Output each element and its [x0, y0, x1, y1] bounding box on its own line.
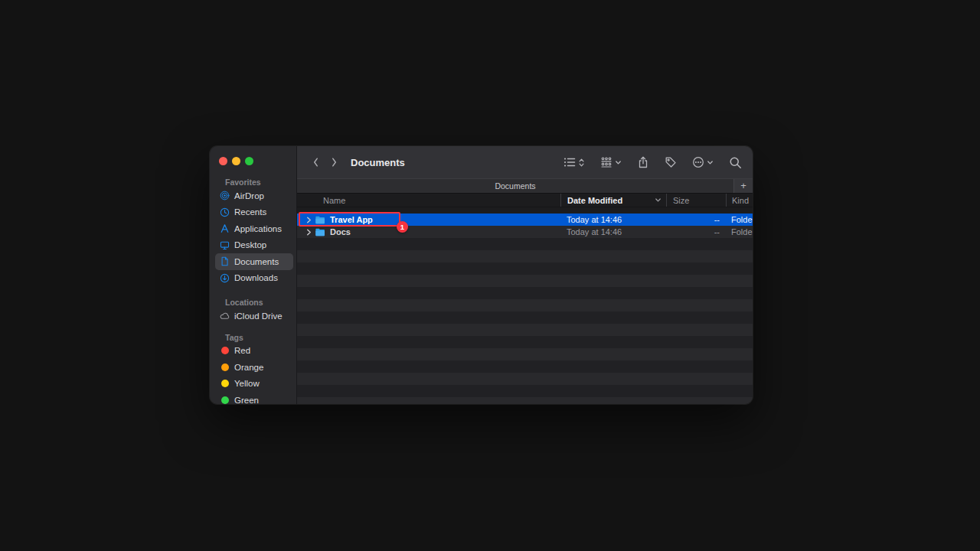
file-row-docs[interactable]: DocsToday at 14:46--Folder — [297, 226, 753, 238]
name-cell: Docs — [297, 226, 560, 238]
zoom-button[interactable] — [245, 157, 253, 165]
toolbar-search-button[interactable] — [729, 156, 742, 169]
empty-row — [297, 373, 753, 385]
sidebar-item-label: Documents — [234, 257, 279, 266]
minimize-button[interactable] — [232, 157, 240, 165]
chevron-right-icon — [331, 157, 338, 168]
empty-row — [297, 336, 753, 348]
chevron-down-icon — [615, 159, 622, 166]
tab-documents[interactable]: Documents — [297, 179, 733, 193]
tag-color-dot — [221, 364, 229, 371]
empty-row — [297, 348, 753, 360]
forward-button[interactable] — [325, 153, 343, 171]
toolbar-view-options-button[interactable] — [564, 156, 585, 168]
empty-row — [297, 287, 753, 299]
sidebar-section-tags: TagsRedOrangeYellowGreen — [215, 332, 293, 405]
toolbar-group-button[interactable] — [600, 156, 622, 168]
empty-row — [297, 275, 753, 287]
sidebar-item-label: Desktop — [234, 240, 266, 249]
empty-row — [297, 250, 753, 262]
sidebar-item-green[interactable]: Green — [215, 392, 293, 404]
sidebar-item-label: Green — [234, 396, 259, 404]
file-name: Docs — [330, 227, 351, 236]
size-cell: -- — [666, 214, 726, 226]
empty-row — [297, 238, 753, 250]
applications-icon — [220, 223, 230, 233]
sidebar-item-downloads[interactable]: Downloads — [215, 270, 293, 287]
chevron-updown-icon — [578, 158, 585, 168]
sidebar-item-label: iCloud Drive — [234, 311, 283, 321]
column-header-kind[interactable]: Kind — [726, 194, 753, 207]
disclosure-chevron-icon[interactable] — [306, 217, 312, 223]
share-icon — [637, 156, 649, 168]
sidebar-item-label: Downloads — [234, 273, 278, 282]
sidebar-item-label: Recents — [234, 207, 266, 217]
empty-row — [297, 299, 753, 311]
date-modified-cell: Today at 14:46 — [560, 226, 666, 238]
sidebar-section-favorites: FavoritesAirDropRecentsApplicationsDeskt… — [215, 177, 293, 286]
sidebar-item-yellow[interactable]: Yellow — [215, 376, 293, 393]
sidebar-item-desktop[interactable]: Desktop — [215, 237, 293, 254]
column-header-label: Kind — [732, 196, 749, 205]
column-header-date-modified[interactable]: Date Modified — [560, 194, 666, 207]
sidebar-item-label: Yellow — [234, 379, 260, 388]
new-tab-button[interactable]: + — [733, 179, 753, 193]
sidebar-item-icloud-drive[interactable]: iCloud Drive — [215, 308, 293, 324]
sidebar-section-locations: LocationsiCloud Drive — [215, 297, 293, 324]
kind-cell: Folder — [726, 214, 753, 226]
column-header-row: NameDate ModifiedSizeKind — [297, 194, 753, 207]
header-list-divider — [297, 207, 753, 214]
empty-row — [297, 311, 753, 324]
tag-color-dot — [221, 396, 229, 404]
sidebar-item-recents[interactable]: Recents — [215, 204, 293, 221]
column-header-name[interactable]: Name — [297, 194, 560, 207]
close-button[interactable] — [219, 157, 227, 165]
column-header-label: Date Modified — [567, 196, 622, 205]
size-cell: -- — [666, 226, 726, 238]
sidebar-sections: FavoritesAirDropRecentsApplicationsDeskt… — [215, 177, 293, 404]
file-row-travel-app[interactable]: Travel AppToday at 14:46--Folder — [297, 214, 753, 226]
toolbar-tags-button[interactable] — [665, 156, 677, 168]
column-header-label: Size — [673, 196, 689, 205]
tag-icon — [665, 156, 677, 168]
sidebar-section-label: Tags — [215, 332, 293, 343]
toolbar-share-button[interactable] — [637, 156, 649, 168]
disclosure-chevron-icon[interactable] — [306, 229, 312, 236]
sidebar-item-red[interactable]: Red — [215, 343, 293, 360]
annotation-badge-1: 1 — [397, 221, 408, 233]
desktop-icon — [220, 240, 230, 250]
empty-row — [297, 385, 753, 397]
column-header-label: Name — [323, 196, 345, 205]
document-icon — [220, 256, 230, 266]
sidebar-item-orange[interactable]: Orange — [215, 359, 293, 376]
toolbar-more-button[interactable] — [692, 156, 714, 168]
sidebar-item-documents[interactable]: Documents — [215, 253, 293, 270]
clock-icon — [220, 207, 230, 217]
sidebar-item-label: Applications — [234, 224, 282, 233]
sidebar: FavoritesAirDropRecentsApplicationsDeskt… — [210, 146, 297, 404]
sidebar-item-label: Red — [234, 346, 250, 355]
date-modified-cell: Today at 14:46 — [560, 214, 666, 226]
back-button[interactable] — [306, 153, 325, 171]
chevron-left-icon — [312, 157, 319, 168]
downloads-icon — [220, 273, 230, 283]
sidebar-item-airdrop[interactable]: AirDrop — [215, 187, 293, 204]
group-icon — [600, 156, 612, 168]
sidebar-section-label: Favorites — [215, 177, 293, 187]
sidebar-item-label: Orange — [234, 363, 263, 372]
traffic-lights — [219, 157, 253, 165]
file-name: Travel App — [330, 215, 373, 224]
airdrop-icon — [220, 191, 230, 201]
sidebar-item-applications[interactable]: Applications — [215, 220, 293, 237]
list-view-icon — [564, 156, 576, 168]
empty-row — [297, 397, 753, 404]
empty-row — [297, 262, 753, 275]
tab-bar: Documents + — [297, 178, 753, 194]
toolbar-tools — [564, 156, 742, 169]
tag-color-dot — [221, 347, 229, 354]
chevron-down-icon — [707, 159, 714, 166]
folder-icon — [315, 216, 330, 224]
sort-chevron-icon — [655, 197, 662, 204]
empty-row — [297, 360, 753, 373]
column-header-size[interactable]: Size — [666, 194, 726, 207]
